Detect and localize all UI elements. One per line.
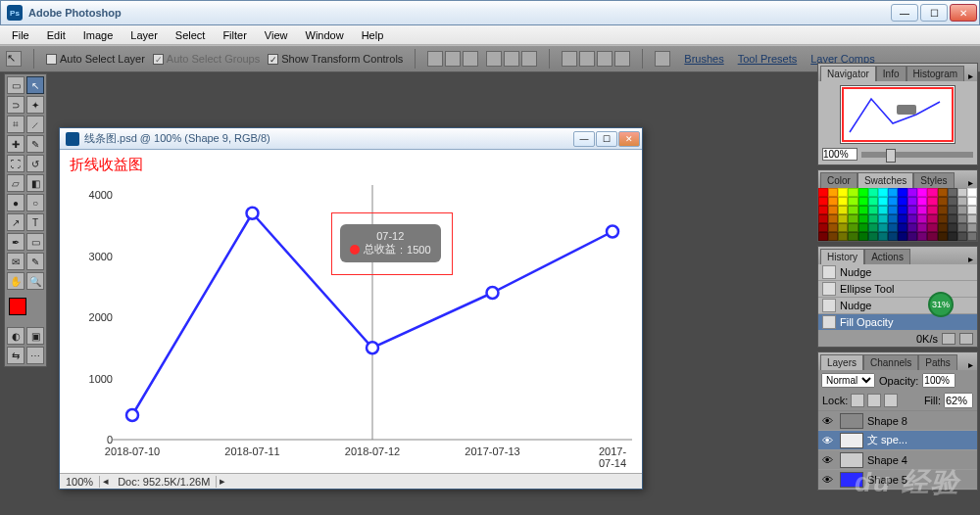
doc-close-button[interactable]: ✕ — [618, 131, 640, 147]
distribute-icon[interactable] — [504, 51, 519, 67]
close-button[interactable]: ✕ — [950, 4, 977, 22]
swatch[interactable] — [868, 214, 878, 223]
swatch[interactable] — [888, 206, 898, 214]
layer-thumbnail[interactable] — [840, 413, 863, 429]
swatch[interactable] — [828, 223, 838, 232]
swatch[interactable] — [948, 214, 957, 223]
history-panel[interactable]: History Actions ▸ NudgeEllipse ToolNudge… — [817, 246, 978, 348]
panel-menu-icon[interactable]: ▸ — [963, 359, 977, 370]
swatch[interactable] — [967, 206, 977, 214]
swatch[interactable] — [917, 206, 927, 214]
swatch[interactable] — [858, 197, 868, 206]
panel-menu-icon[interactable]: ▸ — [964, 70, 977, 81]
swatch[interactable] — [858, 188, 868, 197]
crop-tool[interactable]: ⌗ — [7, 116, 24, 133]
zoom-tool[interactable]: 🔍 — [26, 272, 44, 290]
lasso-tool[interactable]: ⊃ — [7, 96, 24, 114]
swatch[interactable] — [907, 223, 917, 232]
pen-tool[interactable]: ✒ — [7, 233, 24, 251]
swatch[interactable] — [957, 206, 967, 214]
blur-tool[interactable]: ● — [7, 194, 24, 211]
show-transform-checkbox[interactable]: Show Transform Controls — [268, 53, 403, 66]
swatch[interactable] — [967, 214, 977, 223]
swatch[interactable] — [967, 188, 977, 197]
swatch[interactable] — [848, 188, 858, 197]
panel-menu-icon[interactable]: ▸ — [963, 254, 977, 264]
tab-histogram[interactable]: Histogram — [906, 66, 965, 81]
doc-minimize-button[interactable]: — — [573, 131, 595, 147]
swatch[interactable] — [938, 206, 948, 214]
swatch[interactable] — [917, 223, 927, 232]
swatch[interactable] — [838, 232, 848, 241]
blend-mode-select[interactable]: Normal — [821, 373, 875, 388]
swatch[interactable] — [888, 214, 898, 223]
swatch[interactable] — [818, 232, 828, 241]
swatch[interactable] — [818, 223, 828, 232]
type-tool[interactable]: T — [26, 213, 44, 231]
history-item[interactable]: Ellipse Tool — [818, 281, 977, 298]
swatch[interactable] — [927, 232, 937, 241]
distribute-icon[interactable] — [486, 51, 502, 67]
arrange-icon[interactable] — [614, 51, 630, 67]
visibility-toggle-icon[interactable]: 👁 — [818, 454, 836, 466]
tab-paths[interactable]: Paths — [918, 354, 957, 370]
layer-row[interactable]: 👁Shape 8 — [818, 411, 977, 431]
swatch[interactable] — [828, 188, 838, 197]
dodge-tool[interactable]: ○ — [26, 194, 44, 211]
tab-channels[interactable]: Channels — [863, 354, 918, 370]
swatch[interactable] — [818, 197, 828, 206]
hand-tool[interactable]: ✋ — [7, 272, 24, 290]
swatch[interactable] — [938, 223, 948, 232]
lock-all-icon[interactable] — [884, 394, 898, 407]
swatch[interactable] — [957, 214, 967, 223]
swatch[interactable] — [898, 232, 907, 241]
swatch[interactable] — [838, 223, 848, 232]
tab-swatches[interactable]: Swatches — [858, 172, 913, 188]
navigator-panel[interactable]: Navigator Info Histogram ▸ — [817, 63, 978, 165]
swatch[interactable] — [878, 197, 888, 206]
align-icon[interactable] — [445, 51, 461, 67]
swatch[interactable] — [858, 214, 868, 223]
arrange-icon[interactable] — [562, 51, 577, 67]
auto-select-groups-checkbox[interactable]: Auto Select Groups — [153, 53, 260, 66]
wand-tool[interactable]: ✦ — [26, 96, 44, 114]
history-brush-tool[interactable]: ↺ — [26, 155, 44, 172]
swatch[interactable] — [868, 197, 878, 206]
swatch[interactable] — [948, 232, 957, 241]
swatch[interactable] — [878, 188, 888, 197]
status-left-arrow[interactable]: ◂ — [100, 475, 112, 488]
swatch[interactable] — [848, 232, 858, 241]
swatch[interactable] — [878, 223, 888, 232]
swatch[interactable] — [828, 206, 838, 214]
swatch[interactable] — [917, 214, 927, 223]
swatch[interactable] — [948, 206, 957, 214]
tab-styles[interactable]: Styles — [913, 172, 954, 188]
marquee-tool[interactable]: ▭ — [7, 76, 24, 94]
swatch[interactable] — [948, 188, 957, 197]
swatch[interactable] — [828, 232, 838, 241]
swatch[interactable] — [938, 188, 948, 197]
eraser-tool[interactable]: ▱ — [7, 174, 24, 192]
extra-toggle[interactable]: ⋯ — [26, 347, 44, 364]
status-zoom[interactable]: 100% — [60, 476, 100, 488]
path-tool[interactable]: ↗ — [7, 213, 24, 231]
swatch[interactable] — [868, 206, 878, 214]
swatch[interactable] — [838, 197, 848, 206]
layer-row[interactable]: 👁Shape 5 — [818, 470, 977, 490]
layers-list[interactable]: 👁Shape 8👁文 spe...👁Shape 4👁Shape 5 — [818, 411, 977, 490]
heal-tool[interactable]: ✚ — [7, 135, 24, 153]
swatch[interactable] — [888, 197, 898, 206]
status-docsize[interactable]: Doc: 952.5K/1.26M — [112, 476, 217, 488]
swatch[interactable] — [848, 206, 858, 214]
navigator-thumbnail[interactable] — [840, 85, 956, 144]
visibility-toggle-icon[interactable]: 👁 — [818, 435, 836, 446]
minimize-button[interactable]: — — [891, 4, 918, 22]
visibility-toggle-icon[interactable]: 👁 — [818, 415, 836, 427]
swatch[interactable] — [848, 197, 858, 206]
swatch[interactable] — [858, 206, 868, 214]
arrange-icon[interactable] — [597, 51, 612, 67]
opacity-input[interactable] — [922, 373, 956, 388]
swatch[interactable] — [858, 232, 868, 241]
menu-select[interactable]: Select — [168, 27, 214, 43]
align-icon[interactable] — [463, 51, 478, 67]
